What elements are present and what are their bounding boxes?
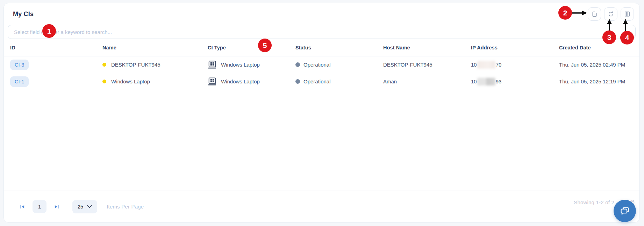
- column-header-ip-address[interactable]: IP Address: [471, 45, 559, 50]
- page-size-select[interactable]: 25: [72, 200, 97, 213]
- ip-redaction: [477, 78, 495, 85]
- pagination-bar: 1 25 Items Per Page Showing 1-2 of 2 B: [4, 191, 639, 222]
- ip-suffix: 70: [496, 62, 502, 68]
- column-header-id[interactable]: ID: [10, 45, 102, 50]
- status-label: Operational: [303, 78, 331, 84]
- first-page-button[interactable]: [17, 201, 28, 212]
- annotation-badge-5: 5: [258, 39, 272, 52]
- annotation-badge-1: 1: [42, 24, 56, 38]
- search-bar: [4, 25, 639, 39]
- column-header-status[interactable]: Status: [295, 45, 383, 50]
- page-title: My CIs: [13, 11, 34, 18]
- chat-icon: [620, 206, 630, 216]
- last-page-icon: [54, 204, 59, 210]
- ci-table: ID Name CI Type Status Host Name IP Addr…: [4, 39, 639, 90]
- page-1-button[interactable]: 1: [33, 200, 46, 213]
- page: My CIs: [0, 0, 644, 226]
- refresh-icon: [607, 11, 614, 18]
- ci-type-label: Windows Laptop: [221, 78, 260, 84]
- ip-redaction: [477, 61, 495, 69]
- search-input[interactable]: [8, 25, 636, 39]
- ci-name: Windows Laptop: [111, 78, 150, 84]
- my-cis-panel: My CIs: [3, 3, 640, 222]
- annotation-badge-3: 3: [602, 30, 616, 44]
- ci-id-link[interactable]: CI-1: [10, 76, 29, 87]
- created-date: Thu, Jun 05, 2025 12:19 PM: [559, 78, 625, 84]
- ci-name: DESKTOP-FUKT945: [111, 62, 160, 68]
- ip-prefix: 10: [471, 78, 477, 84]
- annotation-badge-4: 4: [620, 31, 634, 44]
- windows-laptop-icon: [208, 77, 217, 86]
- table-row[interactable]: CI-3 DESKTOP-FUKT945: [4, 56, 639, 73]
- column-header-name[interactable]: Name: [102, 45, 208, 50]
- chevron-down-icon: [87, 205, 92, 208]
- status-dot: [295, 62, 300, 67]
- annotation-badge-2: 2: [558, 6, 572, 20]
- created-date: Thu, Jun 05, 2025 02:49 PM: [559, 62, 625, 68]
- empty-table-area: [4, 90, 639, 191]
- first-page-icon: [20, 204, 25, 210]
- ip-suffix: 93: [496, 78, 502, 84]
- ci-id-link[interactable]: CI-3: [10, 60, 29, 70]
- annotation-arrow-2: [571, 11, 587, 15]
- table-row[interactable]: CI-1 Windows Laptop: [4, 73, 639, 90]
- chat-widget-button[interactable]: [614, 200, 636, 222]
- status-dot: [295, 79, 300, 84]
- showing-count-text: Showing 1-2 of 2: [574, 199, 614, 205]
- ip-prefix: 10: [471, 62, 477, 68]
- panel-header: My CIs: [4, 3, 639, 25]
- column-header-host-name[interactable]: Host Name: [383, 45, 471, 50]
- last-page-button[interactable]: [51, 201, 62, 212]
- ci-type-label: Windows Laptop: [221, 62, 260, 68]
- annotation-arrow-4: [623, 19, 628, 32]
- name-status-dot: [102, 63, 106, 67]
- host-name: Aman: [383, 78, 397, 84]
- items-per-page-label: Items Per Page: [107, 204, 144, 210]
- export-icon: [591, 11, 598, 18]
- columns-icon: [624, 11, 631, 18]
- export-button[interactable]: [588, 7, 601, 21]
- table-header-row: ID Name CI Type Status Host Name IP Addr…: [4, 39, 639, 56]
- host-name: DESKTOP-FUKT945: [383, 62, 432, 68]
- column-header-created-date[interactable]: Created Date: [559, 45, 639, 50]
- page-size-value: 25: [78, 204, 83, 210]
- status-label: Operational: [303, 62, 331, 68]
- column-header-ci-type[interactable]: CI Type: [208, 45, 295, 50]
- name-status-dot: [102, 80, 106, 83]
- windows-laptop-icon: [208, 60, 217, 69]
